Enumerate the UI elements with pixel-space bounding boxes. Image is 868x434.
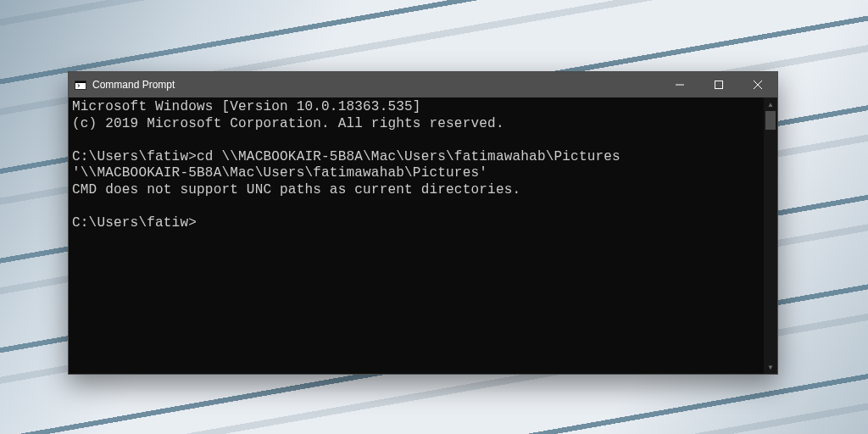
output-line: C:\Users\fatiw>cd \\MACBOOKAIR-5B8A\Mac\… <box>72 149 620 164</box>
output-line: Microsoft Windows [Version 10.0.18363.53… <box>72 99 421 114</box>
output-line: '\\MACBOOKAIR-5B8A\Mac\Users\fatimawahab… <box>72 165 487 181</box>
app-icon <box>69 72 92 97</box>
window-controls <box>660 72 777 97</box>
maximize-button[interactable] <box>699 72 738 97</box>
close-icon <box>754 81 762 89</box>
svg-rect-0 <box>715 81 723 89</box>
close-button[interactable] <box>738 72 777 97</box>
maximize-icon <box>715 81 723 89</box>
window-title: Command Prompt <box>92 79 181 91</box>
vertical-scrollbar[interactable]: ▲ ▼ <box>764 97 777 374</box>
minimize-button[interactable] <box>660 72 699 97</box>
cmd-icon <box>75 81 86 90</box>
scroll-down-arrow-icon[interactable]: ▼ <box>764 360 777 374</box>
prompt-line: C:\Users\fatiw> <box>72 215 197 231</box>
titlebar[interactable]: Command Prompt <box>69 72 777 97</box>
scroll-track[interactable] <box>764 111 777 360</box>
output-line: CMD does not support UNC paths as curren… <box>72 182 520 198</box>
terminal-output[interactable]: Microsoft Windows [Version 10.0.18363.53… <box>69 97 764 374</box>
command-prompt-window: Command Prompt Microsoft Windows [Versio… <box>68 71 778 375</box>
scroll-up-arrow-icon[interactable]: ▲ <box>764 97 777 111</box>
text-cursor <box>197 217 203 231</box>
scroll-thumb[interactable] <box>765 111 776 130</box>
output-line: (c) 2019 Microsoft Corporation. All righ… <box>72 116 504 131</box>
minimize-icon <box>676 81 684 89</box>
client-area: Microsoft Windows [Version 10.0.18363.53… <box>69 97 777 374</box>
